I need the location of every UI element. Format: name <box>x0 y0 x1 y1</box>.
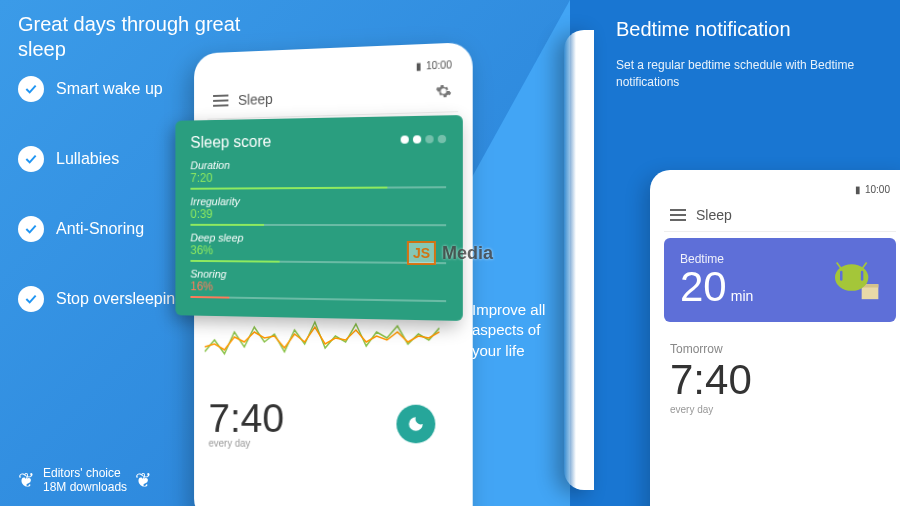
metric-value: 16% <box>190 279 446 297</box>
dot[interactable] <box>401 135 409 143</box>
check-icon <box>18 286 44 312</box>
app-title: Sleep <box>238 86 425 108</box>
tomorrow-label: Tomorrow <box>670 342 890 356</box>
bedtime-unit: min <box>731 288 754 304</box>
watermark-box: JS <box>407 241 436 265</box>
battery-icon: ▮ <box>416 60 422 71</box>
svg-line-5 <box>837 263 842 270</box>
deficit-chart <box>205 312 440 383</box>
battery-icon: ▮ <box>855 184 861 195</box>
tomorrow-time: 7:40 <box>670 356 890 404</box>
score-title: Sleep score <box>190 133 271 152</box>
check-icon <box>18 146 44 172</box>
feature-label: Stop oversleeping <box>56 290 184 308</box>
dot[interactable] <box>413 135 421 143</box>
android-sleep-icon <box>830 258 880 302</box>
dot[interactable] <box>425 135 433 143</box>
sleep-score-card[interactable]: Sleep score Duration 7:20 Irregularity 0… <box>175 115 462 321</box>
metric-value: 7:20 <box>190 169 446 185</box>
feature-smart-wake: Smart wake up <box>18 76 184 102</box>
laurel-left-icon: ❦ <box>18 468 35 492</box>
app-bar: Sleep <box>664 197 896 232</box>
svg-rect-4 <box>861 271 864 281</box>
gear-icon[interactable] <box>435 83 452 104</box>
alarm-card[interactable]: 7:40 every day <box>195 387 450 459</box>
watermark-text: Media <box>442 243 493 264</box>
status-time: 10:00 <box>426 59 452 71</box>
bedtime-card[interactable]: Bedtime 20 min <box>664 238 896 322</box>
moon-fab[interactable] <box>396 404 435 443</box>
phone-edge-decoration <box>564 30 594 490</box>
tomorrow-recurrence: every day <box>670 404 890 415</box>
right-headline-block: Bedtime notification Set a regular bedti… <box>616 18 876 91</box>
svg-rect-3 <box>840 271 843 281</box>
app-title: Sleep <box>696 207 890 223</box>
metric-label: Irregularity <box>190 194 446 207</box>
status-time: 10:00 <box>865 184 890 195</box>
feature-label: Anti-Snoring <box>56 220 144 238</box>
feature-list: Smart wake up Lullabies Anti-Snoring Sto… <box>18 76 184 356</box>
status-bar: ▮ 10:00 <box>664 182 896 197</box>
menu-icon[interactable] <box>213 95 228 107</box>
feature-stop-oversleeping: Stop oversleeping <box>18 286 184 312</box>
menu-icon[interactable] <box>670 209 686 221</box>
improve-tagline: Improve all aspects of your life <box>472 300 572 361</box>
laurel-right-icon: ❦ <box>135 468 152 492</box>
svg-line-6 <box>862 263 867 270</box>
page-dots[interactable] <box>401 135 446 144</box>
metric-bar <box>190 224 446 226</box>
tomorrow-card[interactable]: Tomorrow 7:40 every day <box>664 332 896 425</box>
app-bar: Sleep <box>207 72 458 119</box>
watermark: JS Media <box>407 241 493 265</box>
metric-value: 0:39 <box>190 207 446 221</box>
feature-anti-snoring: Anti-Snoring <box>18 216 184 242</box>
dot[interactable] <box>438 135 446 143</box>
check-icon <box>18 216 44 242</box>
editors-line1: Editors' choice <box>43 466 127 480</box>
editors-line2: 18M downloads <box>43 480 127 494</box>
feature-lullabies: Lullabies <box>18 146 184 172</box>
alarm-time: 7:40 <box>209 398 285 438</box>
feature-label: Smart wake up <box>56 80 163 98</box>
metric-bar <box>190 186 446 190</box>
bedtime-value: 20 <box>680 266 727 308</box>
right-subtitle: Set a regular bedtime schedule with Bedt… <box>616 57 876 91</box>
bedtime-label: Bedtime <box>680 252 753 266</box>
metric-bar <box>190 296 446 302</box>
right-title: Bedtime notification <box>616 18 876 41</box>
feature-label: Lullabies <box>56 150 119 168</box>
phone-mock-right: ▮ 10:00 Sleep Bedtime 20 min Tomorrow 7:… <box>650 170 900 506</box>
editors-choice-badge: ❦ Editors' choice 18M downloads ❦ <box>18 466 152 494</box>
check-icon <box>18 76 44 102</box>
